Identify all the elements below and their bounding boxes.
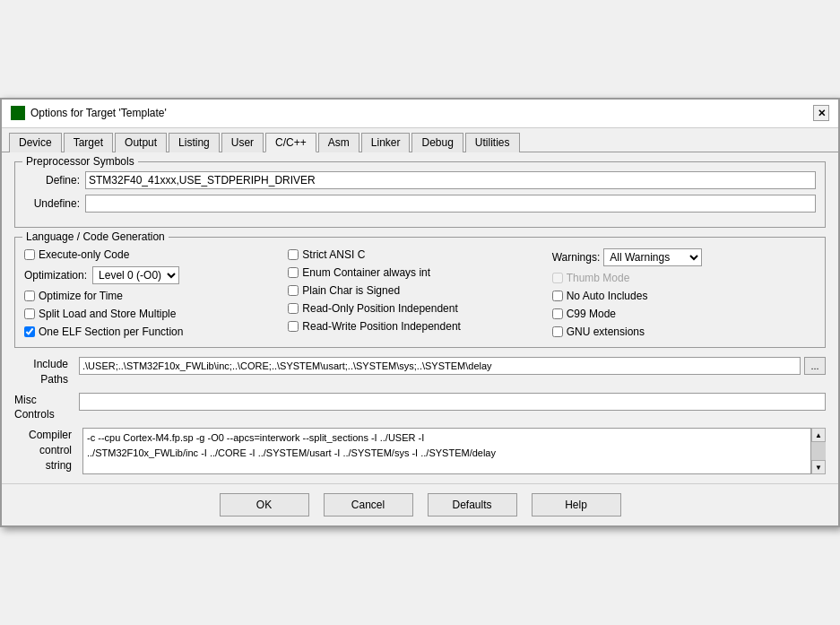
gnu-extensions-checkbox[interactable] [552, 326, 563, 337]
optimization-row: Optimization: Level 0 (-O0) Level 1 (-O1… [24, 266, 288, 284]
tab-listing[interactable]: Listing [169, 133, 220, 152]
no-auto-includes-checkbox[interactable] [552, 291, 563, 301]
warnings-row: Warnings: All Warnings No Warnings [552, 248, 816, 266]
footer: OK Cancel Defaults Help [2, 483, 838, 525]
misc-controls-input[interactable] [79, 393, 826, 411]
lang-grid: Execute-only Code Optimization: Level 0 … [24, 243, 816, 338]
compiler-line2: ../STM32F10x_FWLib/inc -I ../CORE -I ../… [87, 447, 496, 458]
one-elf-checkbox[interactable] [24, 326, 35, 337]
define-input[interactable] [85, 171, 816, 189]
tabs-bar: Device Target Output Listing User C/C++ … [2, 128, 838, 152]
tab-output[interactable]: Output [115, 133, 167, 152]
gnu-extensions-row: GNU extensions [552, 326, 816, 338]
tab-debug[interactable]: Debug [411, 133, 463, 152]
misc-controls-label: Misc Controls [14, 393, 68, 423]
include-paths-browse-button[interactable]: ... [804, 357, 826, 375]
c99-mode-label: C99 Mode [567, 308, 616, 320]
enum-container-checkbox[interactable] [288, 267, 299, 278]
warnings-label: Warnings: [552, 251, 601, 264]
compiler-control-wrap: -c --cpu Cortex-M4.fp.sp -g -O0 --apcs=i… [82, 428, 826, 474]
dialog-title: Options for Target 'Template' [30, 107, 167, 119]
close-button[interactable]: ✕ [813, 105, 829, 121]
compiler-control-text: -c --cpu Cortex-M4.fp.sp -g -O0 --apcs=i… [82, 428, 826, 474]
optimize-time-label: Optimize for Time [39, 290, 123, 302]
strict-ansi-checkbox[interactable] [288, 249, 299, 260]
tab-linker[interactable]: Linker [361, 133, 411, 152]
readwrite-pos-label: Read-Write Position Independent [302, 320, 461, 333]
compiler-label1: Compiler [29, 428, 72, 443]
readwrite-pos-checkbox[interactable] [288, 321, 299, 332]
tab-device[interactable]: Device [9, 133, 62, 152]
readwrite-pos-row: Read-Write Position Independent [288, 320, 551, 333]
compiler-control-label: Compiler control string [14, 428, 72, 473]
tab-utilities[interactable]: Utilities [465, 133, 520, 152]
include-label2: Paths [40, 372, 68, 387]
plain-char-label: Plain Char is Signed [302, 284, 400, 297]
enum-container-row: Enum Container always int [288, 266, 551, 279]
options-dialog: Options for Target 'Template' ✕ Device T… [0, 98, 840, 527]
tab-target[interactable]: Target [64, 133, 113, 152]
define-row: Define: [24, 171, 816, 189]
tab-user[interactable]: User [221, 133, 264, 152]
thumb-mode-label: Thumb Mode [567, 272, 630, 284]
gnu-extensions-label: GNU extensions [567, 326, 645, 338]
preprocessor-group-label: Preprocessor Symbols [22, 155, 138, 168]
no-auto-includes-row: No Auto Includes [552, 290, 816, 302]
thumb-mode-row: Thumb Mode [552, 272, 816, 284]
execute-only-checkbox[interactable] [24, 249, 35, 260]
enum-container-label: Enum Container always int [302, 266, 430, 279]
readonly-pos-checkbox[interactable] [288, 303, 299, 314]
compiler-control-row: Compiler control string -c --cpu Cortex-… [14, 428, 826, 474]
language-group-label: Language / Code Generation [22, 230, 169, 243]
include-label1: Include [33, 357, 68, 372]
scroll-down-button[interactable]: ▼ [811, 460, 826, 474]
undefine-row: Undefine: [24, 195, 816, 213]
one-elf-label: One ELF Section per Function [39, 326, 183, 338]
compiler-control-section: Compiler control string -c --cpu Cortex-… [14, 428, 826, 474]
title-bar-left: Options for Target 'Template' [11, 106, 167, 120]
optimize-time-checkbox[interactable] [24, 291, 35, 301]
tab-cpp[interactable]: C/C++ [265, 133, 316, 152]
one-elf-row: One ELF Section per Function [24, 326, 288, 338]
optimization-label: Optimization: [24, 269, 87, 282]
content-area: Preprocessor Symbols Define: Undefine: L… [2, 152, 838, 483]
scroll-up-button[interactable]: ▲ [811, 428, 826, 442]
lang-col1: Execute-only Code Optimization: Level 0 … [24, 248, 288, 338]
undefine-input[interactable] [85, 195, 816, 213]
c99-mode-row: C99 Mode [552, 308, 816, 320]
compiler-scrollbar: ▲ ▼ [810, 428, 826, 474]
misc-controls-row: Misc Controls [14, 393, 826, 423]
misc-controls-section: Misc Controls [14, 393, 826, 423]
thumb-mode-checkbox[interactable] [552, 273, 563, 283]
include-paths-input-wrap: ... [79, 357, 826, 375]
cancel-button[interactable]: Cancel [324, 493, 413, 516]
strict-ansi-label: Strict ANSI C [302, 248, 365, 261]
help-button[interactable]: Help [532, 493, 621, 516]
c99-mode-checkbox[interactable] [552, 308, 563, 319]
plain-char-checkbox[interactable] [288, 285, 299, 296]
defaults-button[interactable]: Defaults [428, 493, 517, 516]
tab-asm[interactable]: Asm [318, 133, 359, 152]
scroll-track [811, 442, 826, 460]
ok-button[interactable]: OK [220, 493, 309, 516]
no-auto-includes-label: No Auto Includes [567, 290, 648, 302]
include-paths-section: Include Paths ... [14, 357, 826, 387]
compiler-line1: -c --cpu Cortex-M4.fp.sp -g -O0 --apcs=i… [87, 432, 424, 443]
optimization-select[interactable]: Level 0 (-O0) Level 1 (-O1) Level 2 (-O2… [92, 266, 179, 284]
preprocessor-group: Preprocessor Symbols Define: Undefine: [14, 161, 826, 228]
compiler-label2: control [39, 443, 72, 458]
lang-col2: Strict ANSI C Enum Container always int … [288, 248, 551, 338]
warnings-select[interactable]: All Warnings No Warnings [603, 248, 702, 266]
split-load-checkbox[interactable] [24, 308, 35, 319]
include-paths-row: Include Paths ... [14, 357, 826, 387]
split-load-row: Split Load and Store Multiple [24, 308, 288, 320]
readonly-pos-label: Read-Only Position Independent [302, 302, 457, 315]
include-paths-label: Include Paths [14, 357, 68, 387]
compiler-label3: string [46, 458, 72, 473]
include-paths-input[interactable] [79, 357, 801, 375]
plain-char-row: Plain Char is Signed [288, 284, 551, 297]
strict-ansi-row: Strict ANSI C [288, 248, 551, 261]
lang-col3: Warnings: All Warnings No Warnings Thumb… [552, 248, 816, 338]
title-bar: Options for Target 'Template' ✕ [2, 100, 838, 128]
split-load-label: Split Load and Store Multiple [39, 308, 176, 320]
